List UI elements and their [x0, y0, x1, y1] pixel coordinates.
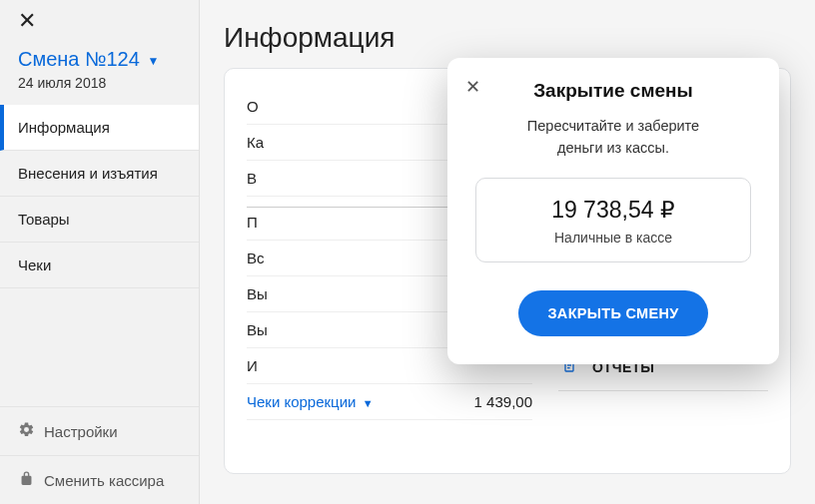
- minus-icon: −: [560, 265, 578, 283]
- return-icon: ↺: [560, 175, 578, 194]
- lock-icon: [18, 470, 35, 490]
- calculator-icon: [560, 310, 578, 330]
- gear-icon: [18, 421, 35, 441]
- svg-point-3: [568, 318, 569, 319]
- nav-item-checks[interactable]: Чеки: [0, 243, 199, 288]
- change-cashier-label: Сменить кассира: [44, 472, 164, 489]
- action-return-goods[interactable]: ↺ ВОЗВРАТ ТОВАРА: [558, 162, 768, 208]
- info-row: Вы: [247, 312, 532, 348]
- action-withdraw[interactable]: − ИЗЪЯТИЕ: [558, 252, 768, 297]
- nav-item-deposits[interactable]: Внесения и изъятия: [0, 151, 199, 197]
- document-icon: [560, 357, 578, 377]
- shift-date: 24 июля 2018: [18, 75, 181, 91]
- svg-point-4: [570, 318, 571, 319]
- shift-selector[interactable]: Смена №124 ▼: [18, 48, 181, 71]
- info-row: Вс: [247, 241, 532, 276]
- chevron-down-icon: ▼: [363, 397, 374, 409]
- chevron-down-icon: ▼: [147, 54, 159, 68]
- svg-point-5: [566, 321, 567, 322]
- info-details: О Ка В П Вс Вы Вы И Чеки коррекции ▼ 1 4…: [247, 89, 532, 453]
- svg-point-7: [570, 321, 571, 322]
- svg-point-2: [566, 318, 567, 319]
- nav-item-goods[interactable]: Товары: [0, 197, 199, 243]
- svg-point-6: [568, 321, 569, 322]
- sidebar: ✕ Смена №124 ▼ 24 июля 2018 Информация В…: [0, 0, 200, 504]
- info-card: О Ка В П Вс Вы Вы И Чеки коррекции ▼ 1 4…: [224, 68, 791, 474]
- settings-link[interactable]: Настройки: [0, 406, 199, 455]
- info-row: О: [247, 89, 532, 125]
- close-shift-button[interactable]: ЗАКРЫТЬ СМЕНУ: [558, 89, 768, 139]
- info-row: Вы: [247, 276, 532, 312]
- nav-item-info[interactable]: Информация: [0, 105, 199, 151]
- action-reports[interactable]: ОТЧЕТЫ: [558, 344, 768, 391]
- page-title: Информация: [224, 22, 791, 54]
- change-cashier-link[interactable]: Сменить кассира: [0, 455, 199, 504]
- checks-correction-value: 1 439,00: [474, 393, 532, 410]
- plus-icon: +: [560, 221, 578, 239]
- info-row: П: [247, 207, 532, 241]
- svg-rect-1: [566, 313, 573, 316]
- action-deposit[interactable]: + ВНЕСЕНИЕ: [558, 208, 768, 252]
- shift-title-text: Смена №124: [18, 48, 140, 70]
- info-row: И: [247, 348, 532, 384]
- info-row: В: [247, 161, 532, 197]
- action-correction[interactable]: КОРРЕКТИРОВКА: [558, 297, 768, 344]
- nav: Информация Внесения и изъятия Товары Чек…: [0, 105, 199, 288]
- settings-label: Настройки: [44, 423, 118, 440]
- actions-panel: ЗАКРЫТЬ СМЕНУ ↺ ВОЗВРАТ ТОВАРА + ВНЕСЕНИ…: [558, 89, 768, 453]
- checks-correction-row: Чеки коррекции ▼ 1 439,00: [247, 384, 532, 420]
- checks-correction-toggle[interactable]: Чеки коррекции ▼: [247, 393, 374, 410]
- main: Информация О Ка В П Вс Вы Вы И Чеки корр…: [200, 0, 815, 504]
- info-row: Ка: [247, 125, 532, 161]
- close-icon[interactable]: ✕: [0, 0, 199, 42]
